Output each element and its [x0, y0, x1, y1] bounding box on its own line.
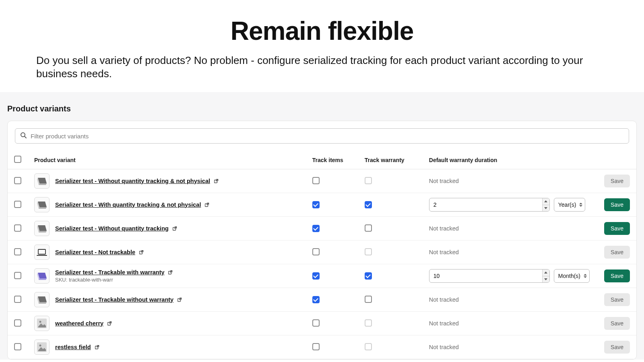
track-warranty-checkbox: [365, 343, 372, 350]
save-button: Save: [604, 246, 630, 259]
product-text: Serializer test - Trackable without warr…: [55, 296, 182, 303]
hero-section: Remain flexible Do you sell a variety of…: [0, 0, 644, 92]
not-tracked-label: Not tracked: [429, 320, 459, 327]
track-warranty-checkbox: [365, 248, 372, 255]
duration-number-input[interactable]: [429, 198, 542, 211]
variants-card: Product variant Track items Track warran…: [7, 121, 637, 360]
external-link-icon: [139, 249, 144, 256]
row-select-checkbox[interactable]: [14, 248, 21, 255]
product-thumbnail: [34, 316, 50, 331]
hero-title: Remain flexible: [36, 16, 608, 46]
track-items-checkbox[interactable]: [312, 201, 320, 208]
row-select-checkbox[interactable]: [14, 177, 21, 184]
table-row: Serializer test - Not trackable Not trac…: [8, 241, 636, 264]
spinner-down-button[interactable]: [543, 276, 549, 283]
not-tracked-label: Not tracked: [429, 249, 459, 255]
spinner-down-button[interactable]: [543, 205, 549, 212]
save-button: Save: [604, 293, 630, 306]
external-link-icon: [168, 269, 173, 276]
row-select-checkbox[interactable]: [14, 224, 21, 232]
product-cell: weathered cherry: [34, 316, 299, 331]
track-warranty-checkbox[interactable]: [365, 201, 372, 208]
duration-unit-value: Year(s): [558, 202, 576, 208]
select-all-checkbox[interactable]: [14, 156, 21, 163]
track-warranty-checkbox[interactable]: [365, 224, 372, 232]
product-thumbnail: [34, 221, 50, 236]
table-row: Serializer test - Trackable with warrant…: [8, 264, 636, 288]
save-button: Save: [604, 317, 630, 330]
external-link-icon: [214, 178, 219, 185]
product-thumbnail: [34, 245, 50, 260]
product-variant-link[interactable]: restless field: [55, 344, 91, 350]
track-items-checkbox[interactable]: [312, 177, 320, 184]
duration-controls: Year(s): [429, 198, 590, 212]
duration-unit-select[interactable]: Year(s): [554, 198, 586, 212]
track-warranty-checkbox[interactable]: [365, 272, 372, 280]
track-items-checkbox[interactable]: [312, 225, 320, 232]
track-warranty-checkbox: [365, 319, 372, 327]
product-text: restless field: [55, 344, 99, 351]
spinner-up-button[interactable]: [543, 269, 549, 276]
product-variant-link[interactable]: Serializer test - Trackable without warr…: [55, 296, 173, 303]
row-select-checkbox[interactable]: [14, 201, 21, 208]
product-text: Serializer test - With quantity tracking…: [55, 202, 209, 208]
duration-controls: Month(s): [429, 269, 590, 283]
header-track-warranty: Track warranty: [358, 151, 423, 169]
product-variant-link[interactable]: Serializer test - Without quantity track…: [55, 178, 210, 184]
product-cell: Serializer test - Trackable with warrant…: [34, 268, 299, 284]
table-row: Serializer test - With quantity tracking…: [8, 193, 636, 217]
product-variant-link[interactable]: Serializer test - Trackable with warrant…: [55, 269, 165, 276]
save-button[interactable]: Save: [604, 269, 630, 282]
header-product-variant: Product variant: [28, 151, 306, 169]
track-items-checkbox[interactable]: [312, 272, 320, 280]
track-items-checkbox[interactable]: [312, 248, 320, 255]
save-button: Save: [604, 341, 630, 354]
product-variant-link[interactable]: Serializer test - With quantity tracking…: [55, 202, 201, 208]
filter-input[interactable]: [31, 133, 624, 140]
spinner-up-button[interactable]: [543, 198, 549, 205]
track-warranty-checkbox[interactable]: [365, 296, 372, 303]
save-button[interactable]: Save: [604, 222, 630, 235]
row-select-checkbox[interactable]: [14, 319, 21, 327]
filter-input-container[interactable]: [15, 128, 629, 144]
row-select-checkbox[interactable]: [14, 272, 21, 279]
hero-subtitle: Do you sell a variety of products? No pr…: [36, 54, 608, 80]
search-icon: [20, 132, 27, 140]
row-select-checkbox[interactable]: [14, 343, 21, 350]
select-arrows-icon: [579, 202, 582, 208]
header-default-duration: Default warranty duration: [423, 151, 596, 169]
save-button: Save: [604, 175, 630, 187]
duration-number-input[interactable]: [429, 269, 542, 282]
row-select-checkbox[interactable]: [14, 296, 21, 303]
track-items-checkbox[interactable]: [312, 296, 320, 303]
product-thumbnail: [34, 339, 50, 355]
product-text: Serializer test - Not trackable: [55, 249, 144, 256]
section-title: Product variants: [7, 104, 637, 113]
product-text: Serializer test - Trackable with warrant…: [55, 269, 173, 283]
duration-unit-select[interactable]: Month(s): [554, 269, 590, 283]
table-row: weathered cherry Not trackedSave: [8, 312, 636, 335]
product-variant-link[interactable]: weathered cherry: [55, 320, 103, 327]
product-cell: Serializer test - Without quantity track…: [34, 173, 299, 189]
save-button[interactable]: Save: [604, 198, 630, 211]
not-tracked-label: Not tracked: [429, 225, 459, 232]
product-variant-link[interactable]: Serializer test - Without quantity track…: [55, 225, 169, 232]
track-items-checkbox[interactable]: [312, 343, 320, 350]
external-link-icon: [95, 344, 99, 351]
track-items-checkbox[interactable]: [312, 319, 320, 327]
table-row: Serializer test - Without quantity track…: [8, 169, 636, 193]
product-variant-link[interactable]: Serializer test - Not trackable: [55, 249, 135, 255]
product-text: weathered cherry: [55, 320, 112, 327]
external-link-icon: [178, 297, 182, 303]
duration-number-input-wrap: [429, 198, 550, 212]
select-arrows-icon: [584, 273, 587, 279]
not-tracked-label: Not tracked: [429, 344, 459, 350]
filter-row: [8, 121, 636, 151]
product-cell: Serializer test - Not trackable: [34, 245, 299, 260]
number-spinner: [542, 198, 549, 211]
external-link-icon: [107, 321, 112, 327]
table-header-row: Product variant Track items Track warran…: [8, 151, 636, 169]
not-tracked-label: Not tracked: [429, 178, 459, 184]
header-checkbox-cell: [8, 151, 28, 169]
table-row: Serializer test - Without quantity track…: [8, 217, 636, 241]
